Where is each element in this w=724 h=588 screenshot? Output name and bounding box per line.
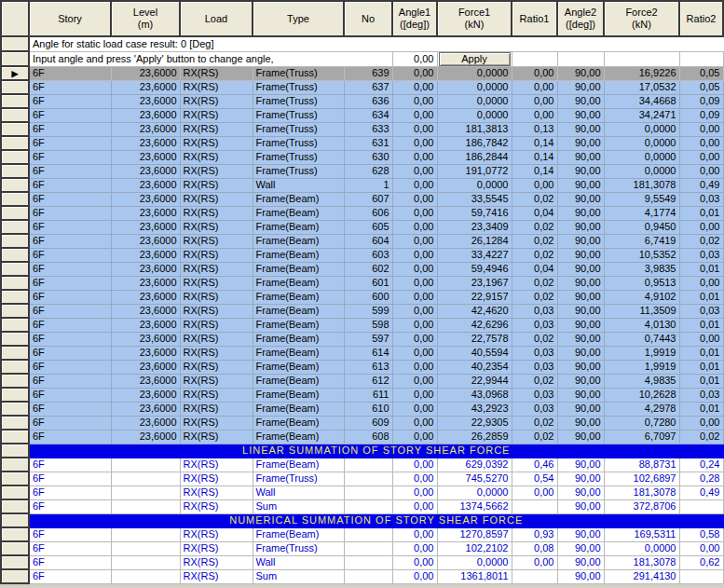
cell-ratio2[interactable] [679, 499, 723, 513]
cell-type[interactable]: Wall [253, 555, 344, 569]
cell-force2[interactable]: 0,0000 [604, 150, 679, 164]
cell-ratio2[interactable]: 0,01 [679, 262, 723, 276]
cell-angle2[interactable]: 90,00 [557, 220, 604, 234]
cell-angle2[interactable]: 90,00 [557, 360, 604, 374]
row-marker-cell[interactable] [1, 262, 29, 276]
cell-type[interactable]: Frame(Truss) [253, 80, 344, 94]
row-marker-cell[interactable] [1, 458, 29, 472]
cell-no[interactable]: 613 [344, 360, 392, 374]
cell-angle1[interactable]: 0,00 [392, 122, 437, 136]
cell-angle2[interactable]: 90,00 [557, 150, 604, 164]
cell-no[interactable]: 597 [344, 332, 392, 346]
cell-angle1[interactable]: 0,00 [392, 374, 437, 388]
cell-story[interactable]: 6F [29, 164, 111, 178]
cell-story[interactable]: 6F [29, 206, 111, 220]
cell-force2[interactable]: 0,9450 [604, 220, 679, 234]
cell-force1[interactable]: 23,3409 [437, 220, 512, 234]
row-marker-cell[interactable] [1, 569, 29, 583]
cell-no[interactable]: 636 [344, 94, 392, 108]
cell-story[interactable]: 6F [29, 304, 111, 318]
cell-ratio2[interactable]: 0,01 [679, 374, 723, 388]
cell-force2[interactable]: 9,5549 [604, 192, 679, 206]
cell-ratio2[interactable]: 0,05 [679, 80, 723, 94]
cell-level[interactable] [111, 458, 180, 472]
cell-ratio1[interactable]: 0,14 [512, 136, 557, 150]
cell-level[interactable]: 23,6000 [111, 178, 180, 192]
cell-level[interactable] [111, 555, 180, 569]
cell-angle1[interactable]: 0,00 [392, 569, 437, 583]
row-marker-cell[interactable] [1, 541, 29, 555]
cell-force1[interactable]: 0,0000 [437, 555, 512, 569]
cell-ratio2[interactable]: 0,05 [679, 66, 723, 80]
cell-load[interactable]: RX(RS) [180, 192, 253, 206]
cell-ratio2[interactable]: 0,00 [679, 136, 723, 150]
cell-type[interactable]: Frame(Beam) [253, 192, 344, 206]
cell-force2[interactable]: 0,0000 [604, 164, 679, 178]
cell-angle1[interactable]: 0,00 [392, 164, 437, 178]
cell-story[interactable]: 6F [29, 499, 111, 513]
cell-level[interactable]: 23,6000 [111, 430, 180, 444]
cell-ratio2[interactable]: 0,02 [679, 430, 723, 444]
cell-angle1[interactable]: 0,00 [392, 150, 437, 164]
cell-ratio1[interactable]: 0,04 [512, 262, 557, 276]
cell-force2[interactable]: 181,3078 [604, 485, 679, 499]
cell-no[interactable] [344, 541, 392, 555]
cell-story[interactable]: 6F [29, 402, 111, 416]
row-marker-cell[interactable] [1, 290, 29, 304]
cell-angle2[interactable]: 90,00 [557, 527, 604, 541]
cell-level[interactable]: 23,6000 [111, 66, 180, 80]
row-marker-cell[interactable] [1, 136, 29, 150]
cell-no[interactable]: 605 [344, 220, 392, 234]
cell-story[interactable]: 6F [29, 220, 111, 234]
cell-load[interactable]: RX(RS) [180, 499, 253, 513]
cell-angle2[interactable]: 90,00 [557, 541, 604, 555]
cell-ratio1[interactable]: 0,08 [512, 541, 557, 555]
col-header-angle1[interactable]: Angle1([deg]) [392, 1, 437, 36]
cell-force1[interactable]: 22,9944 [437, 374, 512, 388]
cell-ratio1[interactable]: 0,02 [512, 430, 557, 444]
cell-story[interactable]: 6F [29, 276, 111, 290]
cell-force1[interactable]: 40,5594 [437, 346, 512, 360]
cell-level[interactable]: 23,6000 [111, 304, 180, 318]
cell-ratio2[interactable]: 0,03 [679, 192, 723, 206]
cell-force1[interactable]: 629,0392 [437, 458, 512, 472]
cell-load[interactable]: RX(RS) [180, 290, 253, 304]
cell-type[interactable]: Frame(Beam) [253, 430, 344, 444]
cell-ratio2[interactable]: 0,00 [679, 164, 723, 178]
cell-ratio1[interactable]: 0,04 [512, 206, 557, 220]
cell-force2[interactable]: 16,9226 [604, 66, 679, 80]
cell-level[interactable]: 23,6000 [111, 234, 180, 248]
cell-no[interactable] [344, 499, 392, 513]
cell-angle1[interactable]: 0,00 [392, 555, 437, 569]
col-header-type[interactable]: Type [253, 1, 344, 36]
cell-type[interactable]: Frame(Truss) [253, 472, 344, 485]
cell-ratio2[interactable]: 0,00 [679, 332, 723, 346]
cell-ratio1[interactable]: 0,03 [512, 388, 557, 402]
cell-type[interactable]: Frame(Beam) [253, 346, 344, 360]
cell-ratio2[interactable]: 0,00 [679, 220, 723, 234]
cell-load[interactable]: RX(RS) [180, 80, 253, 94]
cell-load[interactable]: RX(RS) [180, 388, 253, 402]
cell-force2[interactable]: 4,1774 [604, 206, 679, 220]
cell-angle2[interactable]: 90,00 [557, 122, 604, 136]
cell-ratio1[interactable]: 0,00 [512, 94, 557, 108]
row-marker-cell[interactable] [1, 36, 29, 51]
cell-angle2[interactable]: 90,00 [557, 192, 604, 206]
cell-angle1[interactable]: 0,00 [392, 402, 437, 416]
cell-level[interactable]: 23,6000 [111, 346, 180, 360]
cell-story[interactable]: 6F [29, 458, 111, 472]
cell-type[interactable]: Frame(Beam) [253, 262, 344, 276]
row-marker-cell[interactable] [1, 178, 29, 192]
row-marker-cell[interactable] [1, 472, 29, 485]
cell-ratio1[interactable]: 0,02 [512, 220, 557, 234]
cell-ratio2[interactable]: 0,49 [679, 178, 723, 192]
cell-ratio2[interactable]: 0,00 [679, 416, 723, 430]
cell-force2[interactable]: 4,2978 [604, 402, 679, 416]
row-marker-cell[interactable] [1, 332, 29, 346]
cell-angle1[interactable]: 0,00 [392, 192, 437, 206]
col-header-level[interactable]: Level(m) [111, 1, 180, 36]
cell-load[interactable]: RX(RS) [180, 472, 253, 485]
cell-story[interactable]: 6F [29, 430, 111, 444]
row-marker-cell[interactable] [1, 430, 29, 444]
cell-force1[interactable]: 186,7842 [437, 136, 512, 150]
